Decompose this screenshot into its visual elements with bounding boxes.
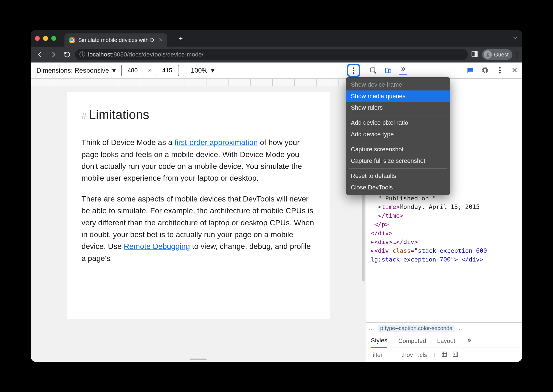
browser-tab[interactable]: Simulate mobile devices with D ✕ bbox=[64, 33, 167, 47]
url-port: :8080 bbox=[112, 51, 127, 58]
first-order-link[interactable]: first-order approximation bbox=[174, 138, 258, 147]
device-toolbar: Dimensions: Responsive ▼ × 100% ▼ bbox=[31, 63, 366, 78]
dimensions-dropdown[interactable]: Dimensions: Responsive ▼ bbox=[36, 67, 117, 74]
address-bar: ⓘ localhost :8080 /docs/devtools/device-… bbox=[31, 47, 522, 63]
tab-layout[interactable]: Layout bbox=[437, 337, 455, 345]
back-button[interactable] bbox=[34, 49, 46, 61]
menu-capture-full-screenshot[interactable]: Capture full size screenshot bbox=[346, 155, 450, 167]
device-toggle-icon[interactable] bbox=[384, 66, 392, 75]
reader-mode-icon[interactable] bbox=[471, 50, 478, 59]
new-tab-button[interactable]: + bbox=[175, 33, 186, 44]
chrome-icon bbox=[69, 37, 75, 43]
svg-rect-5 bbox=[388, 69, 391, 73]
menu-show-rulers[interactable]: Show rulers bbox=[346, 102, 450, 113]
site-info-icon[interactable]: ⓘ bbox=[79, 50, 85, 59]
url-path: /docs/devtools/device-mode/ bbox=[127, 51, 204, 58]
close-window-button[interactable] bbox=[35, 36, 40, 41]
avatar-icon bbox=[484, 50, 492, 59]
menu-show-media-queries[interactable]: Show media queries bbox=[346, 90, 450, 102]
browser-menu-icon[interactable] bbox=[516, 52, 518, 58]
remote-debugging-link[interactable]: Remote Debugging bbox=[124, 242, 190, 251]
menu-add-device-pixel-ratio[interactable]: Add device pixel ratio bbox=[346, 117, 450, 129]
paragraph: Think of Device Mode as a first-order ap… bbox=[81, 137, 315, 184]
styles-tabs: Styles Computed Layout bbox=[366, 334, 522, 348]
zoom-dropdown[interactable]: 100% ▼ bbox=[191, 67, 216, 74]
close-tab-icon[interactable]: ✕ bbox=[159, 37, 163, 43]
page-content: # Limitations Think of Device Mode as a … bbox=[67, 92, 330, 319]
tab-title: Simulate mobile devices with D bbox=[78, 37, 154, 43]
console-messages-icon[interactable] bbox=[466, 66, 474, 75]
more-tabs-icon[interactable] bbox=[466, 337, 472, 345]
forward-button[interactable] bbox=[47, 49, 60, 61]
devtools-toolbar: ✕ bbox=[366, 63, 522, 78]
inspect-element-icon[interactable] bbox=[369, 66, 377, 75]
url-field[interactable]: ⓘ localhost :8080 /docs/devtools/device-… bbox=[75, 49, 468, 60]
reload-button[interactable] bbox=[61, 49, 73, 61]
device-toolbar-menu-button[interactable] bbox=[347, 64, 360, 77]
menu-capture-screenshot[interactable]: Capture screenshot bbox=[346, 144, 450, 155]
settings-gear-icon[interactable] bbox=[481, 66, 489, 75]
menu-separator bbox=[349, 115, 447, 115]
fullscreen-window-button[interactable] bbox=[51, 36, 56, 41]
browser-window: Simulate mobile devices with D ✕ + ⓘ loc… bbox=[31, 30, 522, 362]
hov-toggle[interactable]: :hov bbox=[402, 351, 413, 359]
menu-reset-defaults[interactable]: Reset to defaults bbox=[346, 170, 450, 182]
tabs-dropdown-icon[interactable] bbox=[512, 35, 518, 42]
profile-chip[interactable]: Guest bbox=[482, 49, 512, 60]
styles-filter-input[interactable] bbox=[369, 351, 397, 359]
device-toolbar-context-menu: Show device frame Show media queries Sho… bbox=[346, 77, 450, 195]
device-viewport: # Limitations Think of Device Mode as a … bbox=[31, 79, 366, 362]
resize-grip[interactable] bbox=[190, 359, 207, 360]
cls-toggle[interactable]: .cls bbox=[418, 351, 427, 359]
height-input[interactable] bbox=[156, 65, 179, 76]
menu-separator bbox=[349, 142, 447, 142]
width-input[interactable] bbox=[121, 65, 144, 76]
anchor-hash-icon[interactable]: # bbox=[81, 109, 87, 123]
menu-show-device-frame[interactable]: Show device frame bbox=[346, 79, 450, 90]
page-heading: # Limitations bbox=[81, 105, 315, 124]
titlebar: Simulate mobile devices with D ✕ + bbox=[31, 30, 522, 47]
svg-rect-6 bbox=[442, 352, 447, 356]
toggle-sidebar-icon[interactable] bbox=[452, 351, 458, 359]
tab-computed[interactable]: Computed bbox=[398, 337, 426, 345]
ruler bbox=[31, 79, 366, 86]
styles-filter-bar: :hov .cls + bbox=[366, 348, 522, 362]
svg-point-2 bbox=[487, 53, 489, 55]
url-host: localhost bbox=[88, 51, 112, 58]
menu-add-device-type[interactable]: Add device type bbox=[346, 129, 450, 140]
devtools-menu-icon[interactable] bbox=[496, 66, 504, 75]
breadcrumb-selected[interactable]: p.type--caption.color-seconda bbox=[378, 325, 455, 332]
menu-separator bbox=[349, 168, 447, 169]
minimize-window-button[interactable] bbox=[43, 36, 48, 41]
menu-close-devtools[interactable]: Close DevTools bbox=[346, 182, 450, 193]
new-style-rule-icon[interactable]: + bbox=[432, 351, 436, 359]
traffic-lights bbox=[35, 36, 56, 41]
computed-styles-icon[interactable] bbox=[441, 351, 447, 359]
tab-styles[interactable]: Styles bbox=[371, 337, 387, 348]
profile-label: Guest bbox=[494, 52, 509, 58]
close-devtools-icon[interactable]: ✕ bbox=[510, 66, 519, 75]
elements-breadcrumb[interactable]: … p.type--caption.color-seconda … bbox=[366, 322, 522, 334]
more-tabs-icon[interactable] bbox=[399, 66, 407, 75]
paragraph: There are some aspects of mobile devices… bbox=[81, 193, 315, 264]
times-label: × bbox=[148, 67, 152, 74]
svg-rect-7 bbox=[453, 352, 458, 356]
svg-rect-1 bbox=[475, 51, 477, 57]
